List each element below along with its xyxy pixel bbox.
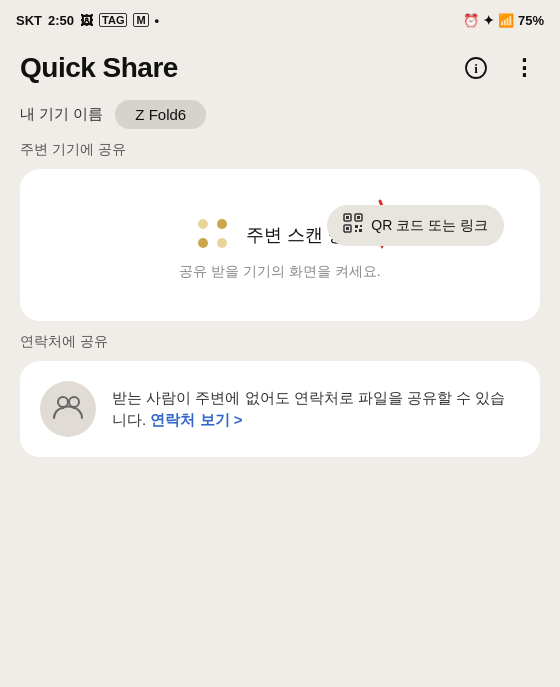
device-name-badge[interactable]: Z Fold6 [115,100,206,129]
svg-point-14 [69,397,79,407]
nearby-section-label: 주변 기기에 공유 [20,141,540,159]
status-left: SKT 2:50 🖼 TAG M • [16,13,159,28]
alarm-icon: ⏰ [463,13,479,28]
contacts-description: 받는 사람이 주변에 없어도 연락처로 파일을 공유할 수 있습니다. 연락처 … [112,387,520,432]
contacts-link[interactable]: 연락처 보기 > [150,411,242,428]
more-options-button[interactable]: ⋮ [508,52,540,84]
more-icon: ⋮ [513,55,535,81]
svg-rect-11 [355,230,357,232]
svg-text:i: i [474,61,478,76]
qr-button-label: QR 코드 또는 링크 [371,217,488,235]
contacts-icon [52,392,84,427]
device-name-row: 내 기기 이름 Z Fold6 [20,96,540,133]
svg-rect-9 [355,225,358,228]
status-right: ⏰ ✦ 📶 75% [463,13,544,28]
contacts-section: 연락처에 공유 받는 사람이 주변에 없어도 연락처로 파일을 공유할 수 있습… [20,333,540,457]
battery-text: 75% [518,13,544,28]
main-content: 내 기기 이름 Z Fold6 주변 기기에 공유 [0,96,560,457]
bluetooth-icon: ✦ [483,13,494,28]
header-actions: i ⋮ [460,52,540,84]
dot-2 [217,219,227,229]
m-icon: M [133,13,148,27]
info-button[interactable]: i [460,52,492,84]
svg-rect-6 [357,216,360,219]
loading-spinner [198,219,230,251]
camera-icon: 🖼 [80,13,93,28]
carrier-text: SKT [16,13,42,28]
signal-icon: 📶 [498,13,514,28]
dot-3 [198,238,208,248]
contacts-section-label: 연락처에 공유 [20,333,540,351]
dot-4 [217,238,227,248]
dot-icon: • [155,13,160,28]
app-header: Quick Share i ⋮ [0,36,560,96]
qr-icon [343,213,363,238]
tag-icon: TAG [99,13,127,27]
nearby-card: QR 코드 또는 링크 주변 스캔 중... 공유 받을 기기의 화면을 켜세요… [20,169,540,321]
svg-rect-4 [346,216,349,219]
status-bar: SKT 2:50 🖼 TAG M • ⏰ ✦ 📶 75% [0,0,560,36]
device-name-label: 내 기기 이름 [20,105,103,124]
contacts-icon-circle [40,381,96,437]
scanning-subtitle: 공유 받을 기기의 화면을 켜세요. [179,263,380,281]
contacts-card: 받는 사람이 주변에 없어도 연락처로 파일을 공유할 수 있습니다. 연락처 … [20,361,540,457]
svg-rect-8 [346,227,349,230]
svg-point-13 [58,397,68,407]
svg-rect-12 [359,229,362,232]
status-time: 2:50 [48,13,74,28]
svg-rect-10 [360,225,362,227]
dot-1 [198,219,208,229]
page-title: Quick Share [20,52,178,84]
qr-button[interactable]: QR 코드 또는 링크 [327,205,504,246]
